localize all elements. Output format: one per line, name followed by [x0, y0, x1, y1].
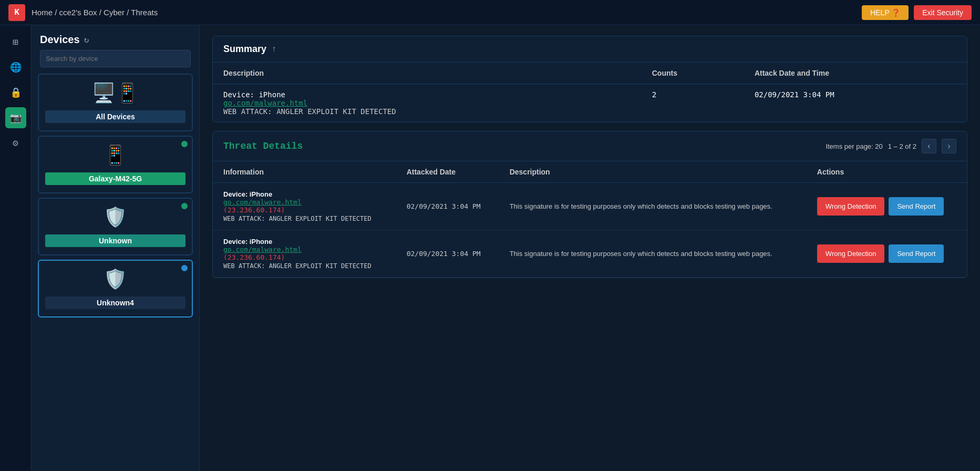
- threat-device-0: Device: iPhone: [223, 190, 272, 198]
- threat-device-1: Device: iPhone: [223, 238, 272, 245]
- all-devices-label: All Devices: [45, 110, 185, 123]
- threat-col-information: Information: [213, 161, 396, 183]
- unknown4-status-dot: [181, 265, 188, 271]
- wrong-detection-button-0[interactable]: Wrong Detection: [817, 197, 885, 216]
- threat-actions-0: Wrong Detection Send Report: [817, 197, 956, 216]
- threat-ip-0: (23.236.60.174): [223, 206, 386, 214]
- main-layout: ⊞ 🌐 🔒 📷 ⚙ Devices ↻ 🖥️📱 All Devices 📱 Ga…: [0, 25, 980, 471]
- help-button[interactable]: HELP ❓: [862, 5, 909, 20]
- device-search-input[interactable]: [40, 50, 191, 67]
- exit-security-button[interactable]: Exit Security: [914, 5, 972, 20]
- threat-actions-1: Wrong Detection Send Report: [817, 244, 956, 263]
- device-list: 🖥️📱 All Devices 📱 Galaxy-M42-5G 🛡️ Unkno…: [32, 74, 199, 471]
- threat-link-1[interactable]: go.com/malware.html: [223, 245, 386, 253]
- sidebar-item-camera[interactable]: 📷: [5, 107, 26, 128]
- threat-row-0: Device: iPhone go.com/malware.html (23.2…: [213, 183, 967, 230]
- icon-sidebar: ⊞ 🌐 🔒 📷 ⚙: [0, 25, 32, 471]
- summary-device: Device: iPhone: [223, 90, 285, 99]
- send-report-button-0[interactable]: Send Report: [889, 197, 944, 216]
- summary-header: Summary ↑: [213, 36, 967, 63]
- device-card-all[interactable]: 🖥️📱 All Devices: [38, 74, 193, 131]
- threat-attack-0: WEB ATTACK: ANGLER EXPLOIT KIT DETECTED: [223, 215, 386, 222]
- summary-table: Description Counts Attack Date and Time …: [213, 63, 967, 122]
- summary-date: 02/09/2021 3:04 PM: [744, 84, 967, 122]
- summary-col-description: Description: [213, 63, 642, 84]
- galaxy-label: Galaxy-M42-5G: [45, 172, 185, 185]
- summary-col-counts: Counts: [642, 63, 744, 84]
- threat-ip-1: (23.236.60.174): [223, 253, 386, 261]
- unknown-shield-icon: 🛡️: [104, 206, 127, 229]
- refresh-icon[interactable]: ↻: [84, 35, 89, 45]
- device-card-unknown4[interactable]: 🛡️ Unknown4: [38, 260, 193, 318]
- topnav: K Home / cce2's Box / Cyber / Threats HE…: [0, 0, 980, 25]
- threat-attack-1: WEB ATTACK: ANGLER EXPLOIT KIT DETECTED: [223, 262, 386, 270]
- sidebar-item-globe[interactable]: 🌐: [5, 57, 26, 78]
- summary-sort-icon[interactable]: ↑: [272, 45, 277, 54]
- devices-title: Devices: [40, 34, 80, 46]
- breadcrumb: Home / cce2's Box / Cyber / Threats: [32, 8, 158, 17]
- summary-row: Device: iPhone go.com/malware.html WEB A…: [213, 84, 967, 122]
- threat-date-0: 02/09/2021 3:04 PM: [396, 183, 499, 230]
- summary-link[interactable]: go.com/malware.html: [223, 99, 631, 107]
- galaxy-icon: 📱: [104, 144, 127, 167]
- summary-attack: WEB ATTACK: ANGLER EXPLOIT KIT DETECTED: [223, 107, 396, 116]
- next-page-button[interactable]: ›: [942, 139, 956, 153]
- devices-header: Devices ↻: [32, 25, 199, 50]
- unknown-label: Unknown: [45, 234, 185, 247]
- summary-box: Summary ↑ Description Counts Attack Date…: [212, 36, 967, 122]
- main-content: Summary ↑ Description Counts Attack Date…: [200, 25, 980, 471]
- all-devices-icon: 🖥️📱: [92, 82, 139, 105]
- sidebar-item-grid[interactable]: ⊞: [5, 32, 26, 53]
- device-sidebar: Devices ↻ 🖥️📱 All Devices 📱 Galaxy-M42-5…: [32, 25, 200, 471]
- unknown4-label: Unknown4: [45, 296, 185, 309]
- summary-title: Summary: [223, 44, 266, 55]
- sidebar-item-gear[interactable]: ⚙: [5, 132, 26, 153]
- sidebar-item-lock[interactable]: 🔒: [5, 82, 26, 103]
- summary-col-attack-date: Attack Date and Time: [744, 63, 967, 84]
- threat-link-0[interactable]: go.com/malware.html: [223, 198, 386, 206]
- threat-desc-0: This signature is for testing purposes o…: [499, 183, 807, 230]
- prev-page-button[interactable]: ‹: [922, 139, 936, 153]
- threat-date-1: 02/09/2021 3:04 PM: [396, 230, 499, 278]
- threat-col-description: Description: [499, 161, 807, 183]
- threat-desc-1: This signature is for testing purposes o…: [499, 230, 807, 278]
- device-card-unknown[interactable]: 🛡️ Unknown: [38, 198, 193, 255]
- device-card-galaxy[interactable]: 📱 Galaxy-M42-5G: [38, 136, 193, 193]
- summary-count: 2: [642, 84, 744, 122]
- threat-col-actions: Actions: [807, 161, 967, 183]
- send-report-button-1[interactable]: Send Report: [889, 244, 944, 263]
- topnav-right: HELP ❓ Exit Security: [862, 5, 972, 20]
- pagination-info: 1 – 2 of 2: [888, 142, 916, 150]
- unknown-status-dot: [181, 203, 188, 209]
- wrong-detection-button-1[interactable]: Wrong Detection: [817, 244, 885, 263]
- unknown4-shield-icon: 🛡️: [104, 268, 127, 291]
- items-per-page-label: Items per page: 20: [826, 142, 882, 150]
- threat-title: Threat Details: [223, 141, 303, 151]
- app-logo[interactable]: K: [8, 4, 25, 21]
- threat-row-1: Device: iPhone go.com/malware.html (23.2…: [213, 230, 967, 278]
- threat-col-attacked-date: Attacked Date: [396, 161, 499, 183]
- galaxy-status-dot: [181, 141, 188, 147]
- threat-table: Information Attacked Date Description Ac…: [213, 161, 967, 278]
- topnav-left: K Home / cce2's Box / Cyber / Threats: [8, 4, 158, 21]
- threat-box: Threat Details Items per page: 20 1 – 2 …: [212, 131, 967, 278]
- threat-pagination: Items per page: 20 1 – 2 of 2 ‹ ›: [826, 139, 956, 153]
- threat-header: Threat Details Items per page: 20 1 – 2 …: [213, 131, 967, 161]
